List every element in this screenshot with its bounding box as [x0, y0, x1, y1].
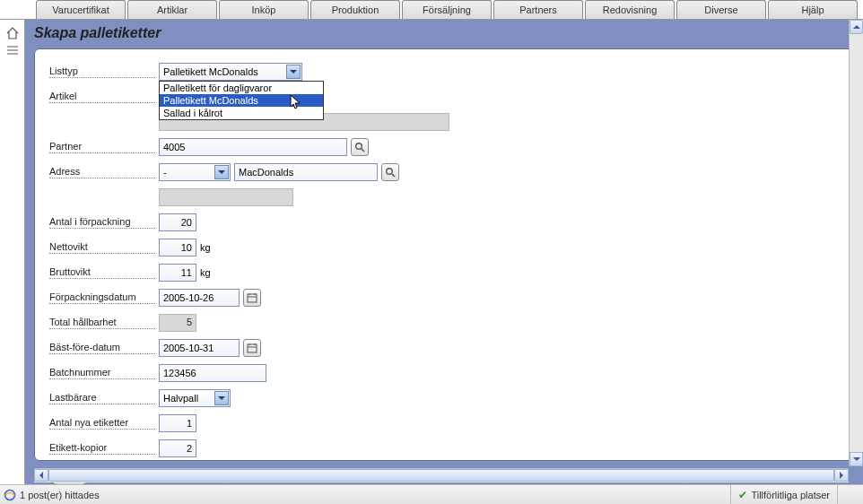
- antal-forpackning-input[interactable]: [159, 213, 196, 231]
- shield-icon: ✔: [738, 489, 747, 501]
- bast-fore-input[interactable]: [159, 339, 240, 357]
- form-panel: Listtyp Palletikett McDonalds Palletiket…: [34, 48, 861, 461]
- label-etikett-kopior: Etikett-kopior: [49, 442, 155, 455]
- scroll-up-icon[interactable]: [850, 20, 863, 34]
- listtyp-option-1[interactable]: Palletikett McDonalds: [160, 94, 323, 107]
- forpackningsdatum-calendar-button[interactable]: [243, 289, 261, 307]
- status-separator: [730, 485, 731, 505]
- nettovikt-input[interactable]: [159, 239, 196, 256]
- label-bruttovikt: Bruttovikt: [49, 266, 155, 279]
- unit-kg: kg: [200, 242, 211, 253]
- calendar-icon: [247, 292, 257, 303]
- label-artikel: Artikel: [49, 91, 155, 103]
- page-title: Skapa palletiketter: [34, 22, 861, 48]
- svg-rect-9: [248, 294, 257, 302]
- search-icon: [354, 142, 365, 152]
- content-frame: Skapa palletiketter Listtyp Palletikett …: [25, 20, 863, 484]
- horizontal-scrollbar[interactable]: [34, 468, 849, 482]
- label-forpackningsdatum: Förpackningsdatum: [49, 291, 155, 304]
- tab-varucertifikat[interactable]: Varucertifikat: [36, 0, 126, 19]
- forpackningsdatum-input[interactable]: [159, 289, 240, 307]
- adress-text-input[interactable]: [234, 163, 378, 181]
- lastbarare-select[interactable]: Halvpall: [159, 389, 231, 407]
- label-lastbarare: Lastbärare: [49, 392, 155, 404]
- label-total-hallbarhet: Total hållbarhet: [49, 317, 155, 329]
- home-icon[interactable]: [0, 27, 24, 41]
- scroll-left-icon[interactable]: [34, 469, 48, 482]
- scroll-right-icon[interactable]: [834, 469, 849, 482]
- tab-redovisning[interactable]: Redovisning: [585, 0, 675, 19]
- calendar-icon: [247, 343, 257, 353]
- antal-nya-input[interactable]: [159, 414, 196, 432]
- chevron-down-icon[interactable]: [286, 65, 301, 79]
- lastbarare-value: Halvpall: [163, 393, 198, 404]
- listtyp-dropdown: Palletikett för dagligvaror Palletikett …: [159, 81, 324, 120]
- label-antal-nya: Antal nya etiketter: [49, 417, 155, 430]
- label-listtyp: Listtyp: [49, 65, 155, 78]
- tab-forsaljning[interactable]: Försäljning: [402, 0, 492, 19]
- bruttovikt-input[interactable]: [159, 264, 196, 282]
- search-icon: [385, 167, 396, 178]
- batchnummer-input[interactable]: [159, 364, 266, 382]
- label-nettovikt: Nettovikt: [49, 241, 155, 254]
- status-separator: [837, 485, 838, 505]
- scroll-down-icon[interactable]: [850, 452, 863, 466]
- partner-search-button[interactable]: [351, 138, 369, 156]
- partner-input[interactable]: [159, 138, 347, 156]
- total-hallbarhet-display: 5: [159, 314, 196, 332]
- svg-rect-13: [248, 344, 257, 352]
- top-tab-bar: Varucertifikat Artiklar Inköp Produktion…: [0, 0, 863, 20]
- label-partner: Partner: [49, 141, 155, 153]
- tab-inkop[interactable]: Inköp: [219, 0, 309, 19]
- unit-kg: kg: [200, 267, 211, 278]
- svg-point-7: [387, 169, 393, 175]
- tab-diverse[interactable]: Diverse: [676, 0, 766, 19]
- svg-line-8: [392, 174, 395, 177]
- left-sidebar: [0, 20, 25, 484]
- tab-artiklar[interactable]: Artiklar: [127, 0, 217, 19]
- tab-produktion[interactable]: Produktion: [310, 0, 400, 19]
- label-bast-fore: Bäst-före-datum: [49, 342, 155, 354]
- svg-point-5: [356, 143, 362, 150]
- scroll-thumb[interactable]: [48, 469, 834, 482]
- status-bar: 1 post(er) hittades ✔ Tillförlitliga pla…: [0, 484, 863, 504]
- listtyp-value: Palletikett McDonalds: [163, 66, 258, 77]
- listtyp-option-2[interactable]: Sallad i kålrot: [160, 107, 323, 119]
- bast-fore-calendar-button[interactable]: [243, 339, 261, 357]
- ie-icon: [4, 489, 16, 501]
- svg-point-17: [5, 490, 15, 500]
- listtyp-select[interactable]: Palletikett McDonalds: [159, 63, 302, 81]
- label-batchnummer: Batchnummer: [49, 367, 155, 379]
- vertical-scrollbar[interactable]: [849, 20, 863, 466]
- adress-search-button[interactable]: [381, 163, 399, 181]
- chevron-down-icon[interactable]: [214, 391, 229, 405]
- label-antal-forpackning: Antal i förpackning: [49, 216, 155, 229]
- etikett-kopior-input[interactable]: [159, 439, 196, 457]
- adress-select[interactable]: -: [159, 163, 231, 181]
- tab-partners[interactable]: Partners: [493, 0, 583, 19]
- svg-line-6: [362, 149, 364, 152]
- label-adress: Adress: [49, 166, 155, 178]
- adress-select-value: -: [163, 167, 167, 178]
- status-left-text: 1 post(er) hittades: [20, 490, 100, 500]
- main-area: Skapa palletiketter Listtyp Palletikett …: [0, 20, 863, 484]
- status-right-text: Tillförlitliga platser: [751, 490, 830, 500]
- chevron-down-icon[interactable]: [214, 165, 229, 179]
- listtyp-option-0[interactable]: Palletikett för dagligvaror: [160, 82, 323, 94]
- list-icon[interactable]: [0, 45, 24, 57]
- adress-display: [159, 188, 293, 206]
- tab-hjalp[interactable]: Hjälp: [768, 0, 858, 19]
